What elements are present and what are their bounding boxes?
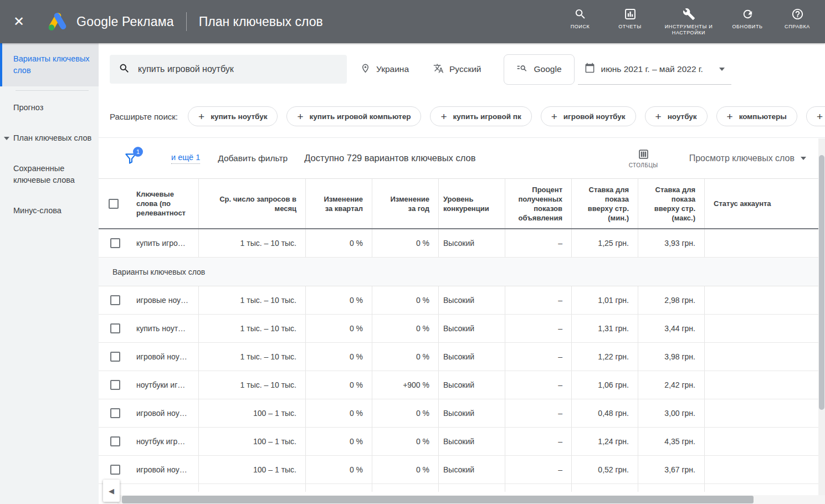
quarter-change-cell: 0 % [305,343,372,371]
volume-cell: 1 тыс. – 10 тыс. [198,343,305,371]
impression-share-cell: – [505,371,571,399]
table-toolbar: 1 и ещё 1 Добавить фильтр Доступно 729 в… [99,137,825,178]
scroll-left-button[interactable]: ◀ [103,480,120,502]
refresh-button[interactable]: ОБНОВИТЬ [730,8,765,30]
tools-settings-button[interactable]: ИНСТРУМЕНТЫ И НАСТРОЙКИ [662,8,715,36]
close-icon[interactable]: ✕ [13,15,24,28]
table-row[interactable]: игровой ноу… 100 – 1 тыс. 0 % 0 % Высоки… [99,399,818,428]
year-change-cell: 0 % [372,315,438,342]
sidebar-item-saved-keywords[interactable]: Сохраненные ключевые слова [0,153,99,196]
language-selector[interactable]: Русский [433,63,481,76]
network-selector[interactable]: Google [504,54,575,85]
keyword-chip[interactable]: +купить игровой компьютер [286,106,421,126]
quarter-change-cell: 0 % [305,371,372,399]
sidebar: Варианты ключевых слов Прогноз План ключ… [0,43,99,504]
impression-share-cell: – [505,456,571,484]
column-header-volume[interactable]: Ср. число запросов в месяц [198,179,305,228]
column-header-keyword[interactable]: Ключевые слова (по релевантност [132,179,198,228]
keyword-chip[interactable]: +ноутбук [645,106,708,126]
table-row[interactable]: купить ноут… 1 тыс. – 10 тыс. 0 % 0 % Вы… [99,315,818,343]
competition-cell: Высокий [438,343,505,371]
location-selector[interactable]: Украина [360,63,409,76]
search-icon [574,8,587,20]
impression-share-cell: – [505,286,571,314]
keyword-search-box[interactable] [110,55,347,84]
row-checkbox[interactable] [110,352,120,362]
vertical-scrollbar[interactable] [818,138,825,495]
sidebar-item-negative-keywords[interactable]: Минус-слова [0,196,99,226]
status-cell [704,371,818,399]
row-checkbox[interactable] [110,408,120,418]
keyword-chip[interactable]: +купить игровой пк [430,106,531,126]
search-input[interactable] [138,64,338,74]
sidebar-item-keyword-plan[interactable]: План ключевых слов [0,123,99,153]
google-ads-logo [47,12,69,32]
row-checkbox[interactable] [110,465,120,475]
table-row-seed[interactable]: купить игро… 1 тыс. – 10 тыс. 0 % 0 % Вы… [99,229,818,258]
status-cell [704,456,818,484]
more-filters-link[interactable]: и ещё 1 [171,153,200,164]
filter-button[interactable]: 1 [124,151,138,166]
vertical-scrollbar-thumb[interactable] [819,155,824,410]
bid-high-cell: 3,98 грн. [638,343,704,371]
bid-high-cell: 2,42 грн. [638,371,704,399]
row-checkbox[interactable] [110,380,120,390]
expand-search-bar: Расширьте поиск: +купить ноутбук +купить… [99,95,825,137]
translate-icon [433,63,444,76]
help-button[interactable]: СПРАВКА [780,8,815,30]
keyword-cell: игровой ноу… [132,343,198,371]
status-cell [704,315,818,342]
column-header-bid-low[interactable]: Ставка для показа вверху стр. (мин.) [571,179,638,228]
bid-low-cell: 1,06 грн. [571,371,638,399]
view-selector-dropdown[interactable]: Просмотр ключевых слов [689,153,806,163]
keyword-cell: купить ноут… [132,315,198,342]
volume-cell: 1 тыс. – 10 тыс. [198,315,305,342]
table-row[interactable]: игровой ноу… 100 – 1 тыс. 0 % 0 % Высоки… [99,456,818,484]
column-header-account-status[interactable]: Статус аккаунта [704,179,818,228]
table-row[interactable]: игровой ноу… 1 тыс. – 10 тыс. 0 % 0 % Вы… [99,343,818,371]
year-change-cell: 0 % [372,456,438,484]
date-range-selector[interactable]: июнь 2021 г. – май 2022 г. [578,54,731,85]
topbar-actions: ПОИСК ОТЧЕТЫ ИНСТРУМЕНТЫ И НАСТРОЙКИ ОБН… [562,8,815,36]
sidebar-item-forecast[interactable]: Прогноз [0,92,99,123]
row-checkbox[interactable] [110,436,120,446]
select-all-checkbox[interactable] [109,199,119,209]
columns-button[interactable]: СТОЛБЦЫ [629,148,658,168]
horizontal-scrollbar-thumb[interactable] [122,496,754,503]
bid-low-cell: 1,31 грн. [571,315,638,342]
table-row[interactable]: ноутбуки иг… 1 тыс. – 10 тыс. 0 % +900 %… [99,371,818,399]
content: Украина Русский Google июнь 2021 г. – ма… [99,43,825,504]
column-header-quarter-change[interactable]: Изменение за квартал [305,179,372,228]
status-cell [704,428,818,455]
keyword-chip[interactable]: +купить ноутбук [188,106,278,126]
column-header-impression-share[interactable]: Процент полученных показов объявления [505,179,571,228]
row-checkbox[interactable] [110,295,120,305]
quarter-change-cell: 0 % [305,456,372,484]
columns-icon [638,148,649,160]
competition-cell: Высокий [438,315,505,342]
keyword-cell: игровые ноу… [132,286,198,314]
column-header-competition[interactable]: Уровень конкуренции [438,179,505,228]
plus-icon: + [817,111,823,122]
keyword-chip[interactable]: +игровой ноутбук [541,106,636,126]
reports-button[interactable]: ОТЧЕТЫ [612,8,648,30]
impression-share-cell: – [505,428,571,455]
sidebar-item-keyword-ideas[interactable]: Варианты ключевых слов [0,43,99,86]
horizontal-scrollbar[interactable] [117,495,825,504]
status-cell [704,343,818,371]
search-button[interactable]: ПОИСК [562,8,598,30]
keyword-chip-partial[interactable]: + [806,106,825,126]
volume-cell: 100 – 1 тыс. [198,428,305,455]
column-header-year-change[interactable]: Изменение за год [372,179,438,228]
search-network-icon [516,63,527,76]
row-checkbox[interactable] [110,238,120,248]
table-row[interactable]: игровые ноу… 1 тыс. – 10 тыс. 0 % 0 % Вы… [99,286,818,315]
competition-cell: Высокий [438,456,505,484]
row-checkbox[interactable] [110,323,120,333]
table-row[interactable]: ноутбук игр… 100 – 1 тыс. 0 % 0 % Высоки… [99,428,818,456]
brand-name: Google Реклама [76,14,174,29]
keyword-chip[interactable]: +компьютеры [716,106,797,126]
add-filter-button[interactable]: Добавить фильтр [218,153,288,163]
column-header-bid-high[interactable]: Ставка для показа вверху стр. (макс.) [638,179,704,228]
chevron-down-icon [801,157,806,160]
